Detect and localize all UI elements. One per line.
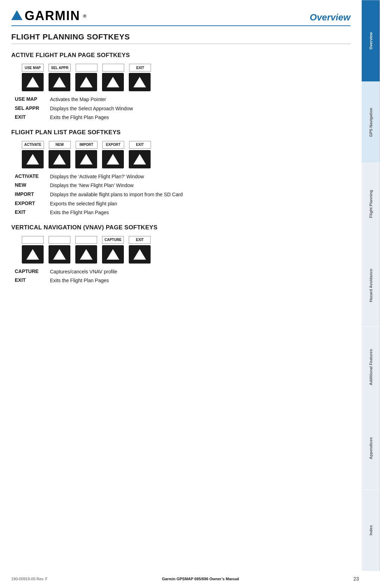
- sidebar-item-hazard-avoidance[interactable]: Hazard Avoidance: [362, 245, 380, 326]
- softkey-btn-1[interactable]: [49, 245, 70, 264]
- section-title-active_flight_plan: ACTIVE FLIGHT PLAN PAGE SOFTKEYS: [11, 52, 350, 59]
- softkey-btn-0[interactable]: [22, 150, 44, 168]
- sidebar-item-overview[interactable]: Overview: [362, 0, 380, 81]
- desc-value: Displays the ‘Activate Flight Plan?’ Win…: [50, 173, 350, 180]
- desc-table-active_flight_plan: USE MAPActivates the Map PointerSEL APPR…: [15, 96, 350, 121]
- desc-key: NEW: [15, 182, 50, 188]
- desc-row: IMPORTDisplays the available flight plan…: [15, 191, 350, 198]
- softkey-gap: [70, 236, 75, 244]
- softkey-gap: [44, 64, 49, 72]
- sections-container: ACTIVE FLIGHT PLAN PAGE SOFTKEYSUSE MAPS…: [11, 52, 350, 284]
- desc-key: IMPORT: [15, 191, 50, 197]
- softkey-btn-4[interactable]: [129, 150, 151, 168]
- softkey-triangle-icon: [80, 249, 93, 260]
- softkey-gap: [124, 64, 129, 72]
- softkey-triangle-icon: [133, 154, 146, 165]
- sidebar-item-appendices[interactable]: Appendices: [362, 408, 380, 489]
- desc-key: EXIT: [15, 277, 50, 283]
- desc-row: CAPTURECaptures/cancels VNAV profile: [15, 268, 350, 276]
- sidebar-item-index[interactable]: Index: [362, 489, 380, 571]
- desc-table-vnav: CAPTURECaptures/cancels VNAV profileEXIT…: [15, 268, 350, 284]
- desc-table-flight_plan_list: ACTIVATEDisplays the ‘Activate Flight Pl…: [15, 173, 350, 216]
- softkey-container-active_flight_plan: USE MAPSEL APPREXIT: [22, 64, 350, 91]
- softkey-buttons-row-vnav: [22, 245, 350, 264]
- sidebar: OverviewGPS NavigationFlight PlanningHaz…: [362, 0, 380, 571]
- logo: GARMIN®: [11, 8, 87, 23]
- softkey-label-row-flight_plan_list: ACTIVATENEWIMPORTEXPORTEXIT: [22, 141, 350, 149]
- softkey-label-empty: [22, 236, 44, 244]
- desc-row: SEL APPRDisplays the Select Approach Win…: [15, 105, 350, 112]
- softkey-label-USE MAP: USE MAP: [22, 64, 44, 72]
- footer-center: Garmin GPSMAP 695/696 Owner’s Manual: [162, 577, 239, 581]
- softkey-btn-1[interactable]: [49, 73, 70, 91]
- sidebar-item-additional-features[interactable]: Additional Features: [362, 326, 380, 408]
- footer: 190-00919-00 Rev. F Garmin GPSMAP 695/69…: [11, 576, 359, 582]
- softkey-label-empty: [75, 236, 97, 244]
- desc-value: Captures/cancels VNAV profile: [50, 268, 350, 276]
- softkey-btn-3[interactable]: [102, 73, 124, 91]
- desc-key: EXIT: [15, 114, 50, 120]
- softkey-btn-2[interactable]: [75, 245, 97, 264]
- softkey-btn-3[interactable]: [102, 245, 124, 264]
- softkey-label-EXIT: EXIT: [129, 64, 151, 72]
- softkey-btn-2[interactable]: [75, 150, 97, 168]
- softkey-triangle-icon: [26, 249, 39, 260]
- softkey-btn-4[interactable]: [129, 245, 151, 264]
- softkey-btn-1[interactable]: [49, 150, 70, 168]
- trademark: ®: [83, 13, 87, 19]
- logo-area: GARMIN®: [11, 8, 87, 23]
- sidebar-item-flight-planning[interactable]: Flight Planning: [362, 163, 380, 245]
- softkey-label-empty: [49, 236, 70, 244]
- softkey-btn-2[interactable]: [75, 73, 97, 91]
- softkey-label-NEW: NEW: [49, 141, 71, 149]
- softkey-triangle-icon: [133, 77, 146, 87]
- softkey-triangle-icon: [53, 249, 66, 260]
- softkey-gap: [97, 141, 102, 149]
- desc-value: Exits the Flight Plan Pages: [50, 114, 350, 121]
- desc-row: NEWDisplays the ‘New Flight Plan’ Window: [15, 182, 350, 189]
- desc-value: Exports the selected flight plan: [50, 200, 350, 208]
- footer-right: 23: [353, 576, 359, 582]
- softkey-triangle-icon: [80, 77, 93, 87]
- softkey-gap: [124, 141, 129, 149]
- softkey-btn-0[interactable]: [22, 73, 44, 91]
- softkey-btn-3[interactable]: [102, 150, 124, 168]
- overview-heading: Overview: [310, 8, 350, 23]
- softkey-label-SEL APPR: SEL APPR: [49, 64, 71, 72]
- softkey-gap: [124, 236, 129, 244]
- desc-key: CAPTURE: [15, 268, 50, 274]
- section-title-vnav: VERTICAL NAVIGATION (VNAV) PAGE SOFTKEYS: [11, 224, 350, 231]
- softkey-label-EXPORT: EXPORT: [102, 141, 124, 149]
- desc-row: EXITExits the Flight Plan Pages: [15, 209, 350, 216]
- softkey-gap: [44, 141, 49, 149]
- desc-row: EXITExits the Flight Plan Pages: [15, 277, 350, 284]
- softkey-triangle-icon: [133, 249, 146, 260]
- desc-value: Displays the available flight plans to i…: [50, 191, 350, 198]
- softkey-label-row-vnav: CAPTUREEXIT: [22, 236, 350, 244]
- desc-value: Exits the Flight Plan Pages: [50, 209, 350, 216]
- softkey-buttons-row-active_flight_plan: [22, 73, 350, 91]
- softkey-label-empty: [102, 64, 124, 72]
- header: GARMIN® Overview: [11, 8, 350, 23]
- section-title-flight_plan_list: FLIGHT PLAN LIST PAGE SOFTKEYS: [11, 129, 350, 136]
- softkey-label-row-active_flight_plan: USE MAPSEL APPREXIT: [22, 64, 350, 72]
- softkey-btn-4[interactable]: [129, 73, 151, 91]
- desc-value: Exits the Flight Plan Pages: [50, 277, 350, 284]
- footer-left: 190-00919-00 Rev. F: [11, 577, 48, 581]
- softkey-buttons-row-flight_plan_list: [22, 150, 350, 168]
- softkey-gap: [97, 64, 102, 72]
- desc-key: EXPORT: [15, 200, 50, 206]
- logo-text: GARMIN: [25, 8, 80, 23]
- softkey-label-EXIT: EXIT: [129, 141, 151, 149]
- desc-key: EXIT: [15, 209, 50, 215]
- softkey-btn-0[interactable]: [22, 245, 44, 264]
- softkey-triangle-icon: [107, 77, 119, 87]
- softkey-triangle-icon: [107, 154, 119, 165]
- softkey-triangle-icon: [107, 249, 119, 260]
- sidebar-item-gps-navigation[interactable]: GPS Navigation: [362, 81, 380, 163]
- softkey-triangle-icon: [53, 77, 66, 87]
- softkey-container-flight_plan_list: ACTIVATENEWIMPORTEXPORTEXIT: [22, 141, 350, 168]
- page-title: FLIGHT PLANNING SOFTKEYS: [11, 32, 350, 44]
- softkey-gap: [97, 236, 102, 244]
- desc-key: USE MAP: [15, 96, 50, 102]
